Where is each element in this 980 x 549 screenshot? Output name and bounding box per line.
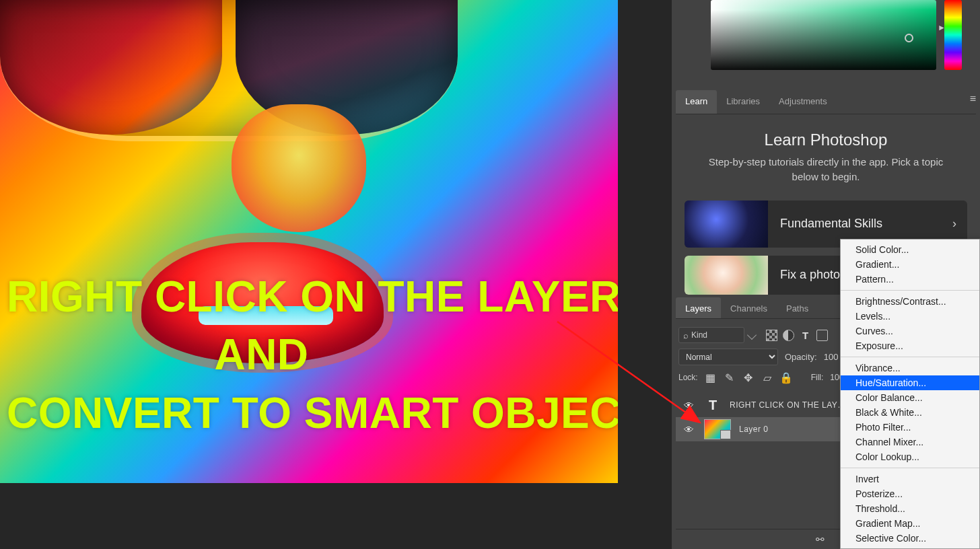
filter-shape-icon[interactable] <box>816 330 828 341</box>
smart-object-thumb[interactable] <box>704 419 731 439</box>
menu-item[interactable]: Exposure... <box>841 338 979 353</box>
menu-item[interactable]: Vibrance... <box>841 361 979 375</box>
visibility-toggle[interactable]: 👁 <box>681 424 696 435</box>
menu-item[interactable]: Hue/Saturation... <box>841 375 979 390</box>
overlay-line-3: CONVERT TO SMART OBJECT <box>7 389 618 437</box>
menu-separator <box>841 357 979 357</box>
card-thumb <box>685 256 768 295</box>
menu-item[interactable]: Curves... <box>841 324 979 338</box>
menu-item[interactable]: Invert <box>841 472 979 486</box>
blend-row: Normal Opacity: 100 <box>678 349 838 365</box>
link-icon[interactable]: ⚯ <box>813 533 827 546</box>
overlay-line-2: AND <box>214 330 308 379</box>
opacity-value[interactable]: 100 <box>824 352 839 362</box>
menu-item[interactable]: Solid Color... <box>841 242 979 257</box>
chevron-right-icon: › <box>952 217 967 231</box>
lock-position-icon[interactable]: ✥ <box>742 371 755 383</box>
menu-item[interactable]: Selective Color... <box>841 531 979 546</box>
tab-learn[interactable]: Learn <box>676 90 717 114</box>
lock-label: Lock: <box>678 373 698 382</box>
overlay-text: RIGHT CLICK ON THE LAYER AND CONVERT TO … <box>7 268 618 442</box>
adjustment-context-menu: Solid Color...Gradient...Pattern...Brigh… <box>840 239 980 549</box>
menu-item[interactable]: Gradient Map... <box>841 516 979 531</box>
hue-strip[interactable] <box>944 0 962 70</box>
filter-type-icon[interactable]: T <box>800 330 811 341</box>
visibility-toggle[interactable]: 👁 <box>681 400 696 411</box>
blend-mode-select[interactable]: Normal <box>678 349 778 365</box>
artwork-nose <box>232 104 366 232</box>
learn-title: Learn Photoshop <box>676 131 976 149</box>
lock-image-icon[interactable]: ✎ <box>724 371 736 383</box>
document-canvas[interactable]: RIGHT CLICK ON THE LAYER AND CONVERT TO … <box>0 0 618 483</box>
card-thumb <box>685 200 768 248</box>
menu-item[interactable]: Gradient... <box>841 257 979 272</box>
filter-pixel-icon[interactable] <box>766 330 777 341</box>
menu-item[interactable]: Channel Mixer... <box>841 435 979 449</box>
lock-all-icon[interactable]: 🔒 <box>780 371 792 383</box>
learn-subtitle: Step-by-step tutorials directly in the a… <box>700 155 952 184</box>
panel-menu-icon[interactable]: ≡ <box>970 93 976 105</box>
menu-item[interactable]: Color Balance... <box>841 390 979 405</box>
lock-row: Lock: ▦ ✎ ✥ ▱ 🔒 Fill: 100 <box>678 371 843 383</box>
menu-item[interactable]: Pattern... <box>841 272 979 287</box>
menu-item[interactable]: Photo Filter... <box>841 420 979 435</box>
filter-adjust-icon[interactable] <box>783 330 794 341</box>
picker-sample-ring[interactable] <box>905 34 913 42</box>
tab-libraries[interactable]: Libraries <box>717 90 769 114</box>
canvas-area: RIGHT CLICK ON THE LAYER AND CONVERT TO … <box>0 0 672 549</box>
layer-filter-kind[interactable]: Kind <box>678 327 744 343</box>
menu-item[interactable]: Brightness/Contrast... <box>841 294 979 309</box>
fill-label: Fill: <box>811 373 824 382</box>
menu-item[interactable]: Black & White... <box>841 405 979 420</box>
menu-separator <box>841 468 979 468</box>
type-layer-icon: T <box>704 398 722 413</box>
upper-tabs: Learn Libraries Adjustments <box>676 90 976 114</box>
overlay-line-1: RIGHT CLICK ON THE LAYER <box>7 272 618 321</box>
color-picker-field[interactable] <box>711 0 936 70</box>
chevron-down-icon[interactable] <box>747 330 757 340</box>
menu-item[interactable]: Levels... <box>841 309 979 324</box>
lock-artboard-icon[interactable]: ▱ <box>761 371 773 383</box>
opacity-label: Opacity: <box>785 352 817 362</box>
menu-separator <box>841 290 979 291</box>
artwork-glasses <box>0 0 458 141</box>
tab-layers[interactable]: Layers <box>676 297 721 318</box>
kind-label: Kind <box>691 330 707 340</box>
menu-item[interactable]: Posterize... <box>841 486 979 501</box>
layer-filter-row: Kind T <box>678 326 839 344</box>
menu-item[interactable]: Threshold... <box>841 501 979 516</box>
menu-item[interactable]: Color Lookup... <box>841 449 979 464</box>
tab-channels[interactable]: Channels <box>721 297 777 318</box>
tab-adjustments[interactable]: Adjustments <box>769 90 837 114</box>
tab-paths[interactable]: Paths <box>777 297 818 318</box>
lock-transparent-icon[interactable]: ▦ <box>705 371 717 383</box>
card-label: Fundamental Skills <box>768 217 952 231</box>
